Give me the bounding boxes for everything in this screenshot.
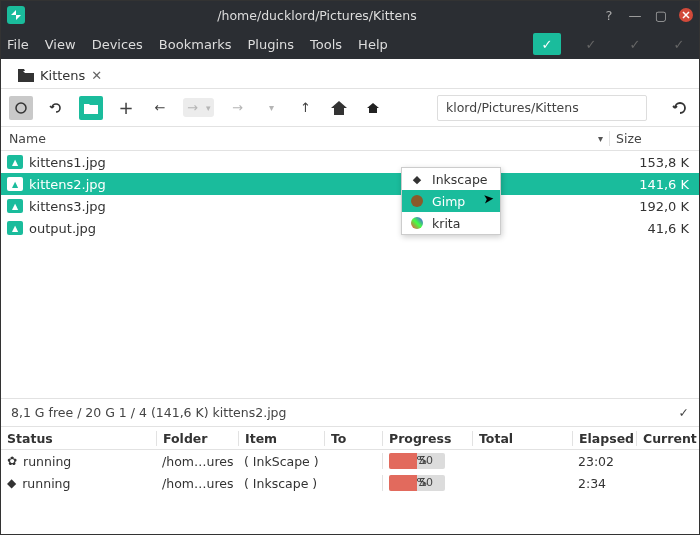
folder-icon bbox=[18, 69, 34, 82]
app-icon: ◆ bbox=[410, 172, 424, 186]
help-button-icon[interactable]: ? bbox=[601, 7, 617, 23]
tabbar: Kittens ✕ bbox=[1, 59, 699, 89]
context-menu-label: Gimp bbox=[432, 194, 465, 209]
task-header: Status Folder Item To Progress Total Ela… bbox=[1, 426, 699, 450]
status-line: 8,1 G free / 20 G 1 / 4 (141,6 K) kitten… bbox=[1, 398, 699, 426]
app-icon bbox=[410, 216, 424, 230]
context-menu-item[interactable]: ◆Inkscape bbox=[402, 168, 500, 190]
status-text: 8,1 G free / 20 G 1 / 4 (141,6 K) kitten… bbox=[11, 405, 286, 420]
tab-kittens[interactable]: Kittens ✕ bbox=[9, 63, 111, 88]
add-button-icon[interactable]: + bbox=[115, 97, 137, 119]
columns-header: Name ▾ Size bbox=[1, 127, 699, 151]
task-item: ( InkScape ) bbox=[238, 454, 324, 469]
file-size: 192,0 K bbox=[609, 199, 699, 214]
titlebar: /home/ducklord/Pictures/Kittens ? — ▢ bbox=[1, 1, 699, 29]
file-row[interactable]: ▲kittens3.jpg192,0 K bbox=[1, 195, 699, 217]
open-with-icon[interactable] bbox=[362, 97, 384, 119]
minimize-icon[interactable]: — bbox=[627, 7, 643, 23]
sort-caret-icon[interactable]: ▾ bbox=[598, 133, 603, 144]
task-col-total[interactable]: Total bbox=[472, 431, 572, 446]
task-col-folder[interactable]: Folder bbox=[156, 431, 238, 446]
progress-bar: 50% bbox=[389, 475, 472, 491]
toolbar: + ← → ▾ → ▾ ↑ bbox=[1, 89, 699, 127]
task-col-current[interactable]: Current bbox=[636, 431, 699, 446]
column-name-label: Name bbox=[9, 131, 46, 146]
menu-devices[interactable]: Devices bbox=[92, 37, 143, 52]
file-row[interactable]: ▲output.jpg41,6 K bbox=[1, 217, 699, 239]
reload-icon[interactable] bbox=[669, 97, 691, 119]
menu-bookmarks[interactable]: Bookmarks bbox=[159, 37, 232, 52]
file-row[interactable]: ▲kittens2.jpg141,6 K bbox=[1, 173, 699, 195]
nav-forward-group[interactable]: → ▾ bbox=[183, 98, 214, 117]
file-name: kittens3.jpg bbox=[29, 199, 609, 214]
task-status: running bbox=[22, 476, 70, 491]
menu-plugins[interactable]: Plugins bbox=[248, 37, 295, 52]
file-row[interactable]: ▲kittens1.jpg153,8 K bbox=[1, 151, 699, 173]
nav-back-icon[interactable]: ← bbox=[149, 97, 171, 119]
image-icon: ▲ bbox=[7, 177, 23, 191]
tab-close-icon[interactable]: ✕ bbox=[91, 68, 102, 83]
task-rows: ✿running/hom…ures( InkScape )50%23:02◆ru… bbox=[1, 450, 699, 494]
task-folder: /hom…ures bbox=[156, 454, 238, 469]
image-icon: ▲ bbox=[7, 221, 23, 235]
check-toggle-2-icon[interactable]: ✓ bbox=[577, 33, 605, 55]
status-check-icon[interactable]: ✓ bbox=[679, 405, 689, 420]
inkscape-icon: ◆ bbox=[7, 476, 16, 490]
image-icon: ▲ bbox=[7, 155, 23, 169]
menu-view[interactable]: View bbox=[45, 37, 76, 52]
svg-point-0 bbox=[16, 103, 26, 113]
column-size-label: Size bbox=[616, 131, 642, 146]
task-col-status[interactable]: Status bbox=[1, 431, 156, 446]
column-name[interactable]: Name ▾ bbox=[1, 131, 609, 146]
file-size: 141,6 K bbox=[609, 177, 699, 192]
file-size: 41,6 K bbox=[609, 221, 699, 236]
task-col-item[interactable]: Item bbox=[238, 431, 324, 446]
task-row[interactable]: ✿running/hom…ures( InkScape )50%23:02 bbox=[1, 450, 699, 472]
menu-tools[interactable]: Tools bbox=[310, 37, 342, 52]
column-size[interactable]: Size bbox=[609, 131, 699, 146]
progress-bar: 50% bbox=[389, 453, 472, 469]
file-name: output.jpg bbox=[29, 221, 609, 236]
file-name: kittens1.jpg bbox=[29, 155, 609, 170]
context-menu-item[interactable]: krita bbox=[402, 212, 500, 234]
image-icon: ▲ bbox=[7, 199, 23, 213]
close-icon[interactable] bbox=[679, 8, 693, 22]
chevron-down-2-icon[interactable]: ▾ bbox=[260, 97, 282, 119]
app-icon bbox=[410, 194, 424, 208]
menubar: File View Devices Bookmarks Plugins Tool… bbox=[1, 29, 699, 59]
file-list: ▲kittens1.jpg153,8 K▲kittens2.jpg141,6 K… bbox=[1, 151, 699, 239]
app-icon bbox=[7, 6, 25, 24]
cursor-icon: ➤ bbox=[482, 191, 494, 207]
maximize-icon[interactable]: ▢ bbox=[653, 7, 669, 23]
check-toggle-4-icon[interactable]: ✓ bbox=[665, 33, 693, 55]
task-elapsed: 2:34 bbox=[572, 476, 636, 491]
back-button-icon[interactable] bbox=[45, 97, 67, 119]
context-menu-label: Inkscape bbox=[432, 172, 488, 187]
file-size: 153,8 K bbox=[609, 155, 699, 170]
check-toggle-1-icon[interactable]: ✓ bbox=[533, 33, 561, 55]
task-elapsed: 23:02 bbox=[572, 454, 636, 469]
context-menu-label: krita bbox=[432, 216, 460, 231]
nav-forward-2-icon[interactable]: → bbox=[226, 97, 248, 119]
task-col-progress[interactable]: Progress bbox=[382, 431, 472, 446]
path-input[interactable] bbox=[437, 95, 647, 121]
view-mode-button[interactable] bbox=[9, 96, 33, 120]
task-col-elapsed[interactable]: Elapsed bbox=[572, 431, 636, 446]
home-icon[interactable] bbox=[328, 97, 350, 119]
nav-up-icon[interactable]: ↑ bbox=[294, 97, 316, 119]
file-area: Name ▾ Size ▲kittens1.jpg153,8 K▲kittens… bbox=[1, 127, 699, 426]
check-toggle-3-icon[interactable]: ✓ bbox=[621, 33, 649, 55]
new-folder-button[interactable] bbox=[79, 96, 103, 120]
task-folder: /hom…ures bbox=[156, 476, 238, 491]
file-name: kittens2.jpg bbox=[29, 177, 609, 192]
nav-forward-icon[interactable]: → bbox=[187, 100, 198, 115]
gear-icon: ✿ bbox=[7, 454, 17, 468]
task-col-to[interactable]: To bbox=[324, 431, 382, 446]
window-title: /home/ducklord/Pictures/Kittens bbox=[33, 8, 601, 23]
menu-file[interactable]: File bbox=[7, 37, 29, 52]
task-status: running bbox=[23, 454, 71, 469]
task-row[interactable]: ◆running/hom…ures( Inkscape )50%2:34 bbox=[1, 472, 699, 494]
chevron-down-icon[interactable]: ▾ bbox=[206, 103, 211, 113]
task-item: ( Inkscape ) bbox=[238, 476, 324, 491]
menu-help[interactable]: Help bbox=[358, 37, 388, 52]
